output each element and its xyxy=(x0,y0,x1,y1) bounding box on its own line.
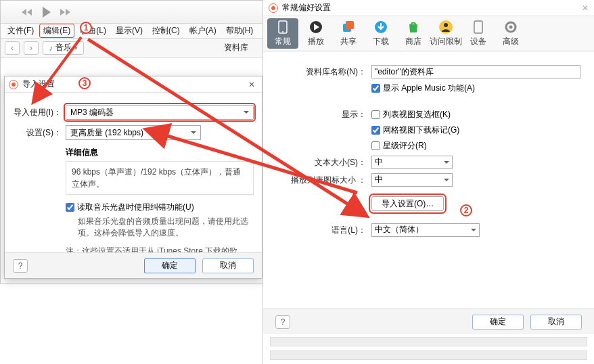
bag-icon xyxy=(406,20,421,35)
ok-button[interactable]: 确定 xyxy=(144,258,196,273)
tab-devices[interactable]: 设备 xyxy=(462,16,495,51)
media-picker[interactable]: ♪ 音乐 ▾ xyxy=(43,41,84,55)
list-checkbox-label: 列表视图复选框(K) xyxy=(383,109,451,120)
music-icon: ♪ xyxy=(49,43,53,53)
menu-bar: 文件(F) 编辑(E) 歌曲(L) 显示(V) 控制(C) 帐户(A) 帮助(H… xyxy=(1,24,263,39)
error-correction-label: 读取音乐光盘时使用纠错功能(U) xyxy=(77,202,194,213)
preferences-window: 常规偏好设置 ✕ 常规 播放 共享 下载 商店 访问限制 设备 xyxy=(262,0,594,364)
background-strips xyxy=(263,334,594,364)
svg-rect-8 xyxy=(474,21,482,33)
grid-marker-checkbox[interactable] xyxy=(371,126,380,135)
tab-playback[interactable]: 播放 xyxy=(300,16,332,51)
import-use-value: MP3 编码器 xyxy=(70,107,114,118)
dialog-title: 导入设置 xyxy=(22,78,55,90)
menu-view[interactable]: 显示(V) xyxy=(112,24,147,38)
playback-bar xyxy=(1,1,263,24)
tab-label: 播放 xyxy=(308,36,324,47)
error-correction-checkbox[interactable] xyxy=(66,203,74,212)
list-checkbox-checkbox[interactable] xyxy=(371,110,380,119)
tab-label: 常规 xyxy=(275,36,291,47)
tab-label: 共享 xyxy=(340,36,357,47)
font-size-select[interactable]: 中 xyxy=(371,156,453,169)
language-value: 中文（简体） xyxy=(375,225,424,234)
help-button[interactable]: ? xyxy=(275,315,290,329)
grid-marker-label: 网格视图下载标记(G) xyxy=(383,124,459,136)
tab-general[interactable]: 常规 xyxy=(267,18,298,49)
show-apple-music-checkbox[interactable] xyxy=(371,84,380,93)
star-rating-label: 星级评分(R) xyxy=(383,140,427,152)
play-icon[interactable] xyxy=(39,5,53,20)
font-size-label: 文本大小(S)： xyxy=(277,157,371,168)
prefs-toolbar: 常规 播放 共享 下载 商店 访问限制 设备 高级 xyxy=(263,16,594,51)
tab-downloads[interactable]: 下载 xyxy=(365,16,397,51)
svg-point-1 xyxy=(282,31,283,32)
gear-icon xyxy=(503,20,518,35)
tab-restrictions[interactable]: 访问限制 xyxy=(430,16,462,51)
language-select[interactable]: 中文（简体） xyxy=(371,223,480,237)
back-button[interactable]: ‹ xyxy=(5,41,20,55)
menu-control[interactable]: 控制(C) xyxy=(148,24,184,38)
forward-button[interactable]: › xyxy=(24,41,39,55)
close-icon[interactable]: ✕ xyxy=(582,3,589,13)
close-icon[interactable]: ✕ xyxy=(246,80,258,89)
help-button[interactable]: ? xyxy=(13,259,28,273)
download-icon xyxy=(373,20,388,35)
svg-point-7 xyxy=(444,23,448,27)
playlist-icon-select[interactable]: 中 xyxy=(371,173,453,187)
import-setting-value: 更高质量 (192 kbps) xyxy=(70,127,143,139)
play-icon xyxy=(309,20,323,35)
ok-button[interactable]: 确定 xyxy=(472,315,524,329)
nav-toolbar: ‹ › ♪ 音乐 ▾ 资料库 ㅤ xyxy=(1,39,263,58)
svg-rect-4 xyxy=(346,21,354,29)
menu-file[interactable]: 文件(F) xyxy=(3,24,38,38)
views-label: 显示： xyxy=(277,109,371,120)
cancel-button[interactable]: 取消 xyxy=(530,315,582,329)
font-size-value: 中 xyxy=(375,157,383,166)
person-icon xyxy=(438,20,453,35)
app-icon xyxy=(269,3,278,13)
menu-song[interactable]: 歌曲(L) xyxy=(76,24,110,38)
library-label[interactable]: 资料库 xyxy=(217,41,255,55)
import-use-select[interactable]: MP3 编码器 xyxy=(66,105,254,120)
tab-label: 下载 xyxy=(373,36,389,47)
import-setting-label: 设置(S)： xyxy=(13,127,66,139)
menu-help[interactable]: 帮助(H) xyxy=(222,24,258,38)
svg-point-10 xyxy=(509,26,513,29)
import-use-label: 导入使用(I)： xyxy=(13,107,66,118)
import-setting-select[interactable]: 更高质量 (192 kbps) xyxy=(66,125,201,140)
prefs-footer: ? 确定 取消 xyxy=(263,309,594,334)
dialog-footer: ? 确定 取消 xyxy=(5,252,262,278)
import-settings-dialog: 导入设置 ✕ 导入使用(I)： MP3 编码器 设置(S)： 更高质量 (192… xyxy=(4,76,262,279)
menu-account[interactable]: 帐户(A) xyxy=(185,24,221,38)
star-rating-checkbox[interactable] xyxy=(371,141,380,150)
tab-store[interactable]: 商店 xyxy=(397,16,430,51)
app-icon xyxy=(9,80,18,89)
tab-label: 访问限制 xyxy=(430,36,462,47)
library-name-input[interactable] xyxy=(371,65,580,78)
detail-heading: 详细信息 xyxy=(66,147,254,158)
phone-icon xyxy=(275,20,290,35)
cancel-button[interactable]: 取消 xyxy=(202,258,254,273)
playlist-icon-value: 中 xyxy=(375,175,383,184)
dialog-titlebar: 导入设置 ✕ xyxy=(5,76,262,93)
prefs-title: 常规偏好设置 xyxy=(282,2,331,14)
playlist-icon-label: 播放列表图标大小 ： xyxy=(277,175,371,186)
detail-text: 96 kbps（单声道）/192 kbps（立体声），普通立体声。 xyxy=(66,161,254,195)
device-icon xyxy=(471,20,486,35)
show-apple-music-label: 显示 Apple Music 功能(A) xyxy=(383,83,475,94)
tab-sharing[interactable]: 共享 xyxy=(332,16,365,51)
tab-advanced[interactable]: 高级 xyxy=(495,16,527,51)
tab-label: 高级 xyxy=(503,36,519,47)
chevron-down-icon: ▾ xyxy=(74,45,78,51)
next-icon[interactable] xyxy=(58,7,71,17)
tab-label: 商店 xyxy=(405,36,421,47)
media-picker-label: 音乐 xyxy=(55,42,72,53)
prefs-body: 资料库名称(N)： 显示 Apple Music 功能(A) 显示： 列表视图复… xyxy=(263,51,594,364)
import-settings-button[interactable]: 导入设置(O)… xyxy=(371,196,444,211)
error-correction-note: 如果音乐光盘的音频质量出现问题，请使用此选项。这样会降低导入的速度。 xyxy=(78,216,254,239)
previous-icon[interactable] xyxy=(21,7,35,17)
menu-edit[interactable]: 编辑(E) xyxy=(39,24,74,38)
library-name-label: 资料库名称(N)： xyxy=(277,66,371,78)
tab-label: 设备 xyxy=(470,36,486,47)
share-icon xyxy=(341,20,356,35)
